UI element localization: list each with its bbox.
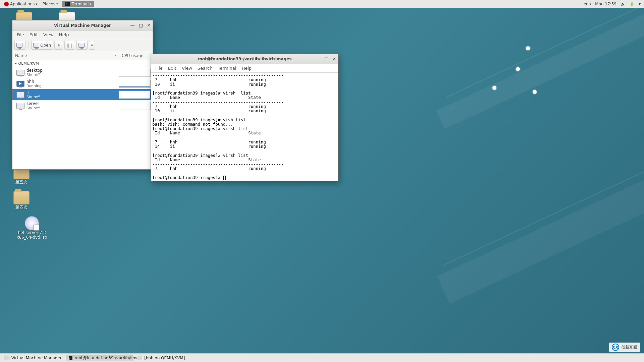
- sort-icon: ▾: [114, 54, 116, 57]
- chevron-down-icon: ▾: [56, 2, 58, 6]
- lang-label: en: [584, 2, 589, 6]
- vm-name: hhh: [26, 79, 119, 84]
- volume-icon[interactable]: 🔈: [619, 2, 628, 6]
- clock-label: Mon 17:59: [595, 2, 616, 6]
- menu-edit[interactable]: Edit: [27, 31, 40, 38]
- vm-state-icon: [16, 92, 24, 98]
- vm-state: Shutoff: [26, 95, 119, 99]
- vmm-column-headers: Name▾ CPU usage: [12, 51, 153, 60]
- menu-view[interactable]: View: [179, 65, 195, 72]
- open-button[interactable]: Open: [31, 41, 53, 50]
- pause-button[interactable]: ❚❚: [64, 41, 75, 50]
- separator: [28, 42, 29, 49]
- vm-name: server: [26, 101, 119, 106]
- active-app-label: Terminal: [72, 2, 89, 6]
- vm-state: Running: [26, 84, 119, 88]
- minimize-button[interactable]: —: [130, 23, 135, 28]
- power-menu[interactable]: ▾: [637, 2, 643, 6]
- col-label: Name: [15, 53, 27, 58]
- vm-state-icon: [16, 70, 24, 76]
- folder-icon: [13, 191, 30, 204]
- taskbar-item[interactable]: root@foundation39:/var/lib/libvir...: [66, 355, 133, 361]
- vm-state-icon: [16, 103, 24, 109]
- close-button[interactable]: ✕: [332, 56, 336, 61]
- open-label: Open: [40, 43, 51, 48]
- vm-state: Shutoff: [26, 73, 119, 77]
- vmm-titlebar[interactable]: Virtual Machine Manager — □ ✕: [12, 20, 153, 31]
- cpu-sparkline: [119, 102, 151, 110]
- menu-terminal[interactable]: Terminal: [215, 65, 238, 72]
- cpu-sparkline: [119, 69, 151, 77]
- terminal-window: root@foundation39:/var/lib/libvirt/image…: [151, 54, 338, 181]
- vm-row[interactable]: desktopShutoff: [12, 67, 153, 78]
- connection-group[interactable]: QEMU/KVM: [12, 60, 153, 67]
- desktop-icon-label: 第五次: [15, 179, 28, 185]
- vmm-menubar: File Edit View Help: [12, 31, 153, 39]
- vm-name: ii: [26, 90, 119, 95]
- vm-state-icon: [16, 81, 24, 87]
- menu-edit[interactable]: Edit: [166, 65, 179, 72]
- taskbar-item[interactable]: [hhh on QEMU/KVM]: [134, 355, 198, 361]
- applications-menu[interactable]: Applications ▾: [1, 0, 40, 8]
- taskbar-item-label: Virtual Machine Manager: [11, 356, 62, 360]
- battery-icon[interactable]: 🔋: [628, 2, 637, 6]
- places-menu[interactable]: Places ▾: [40, 0, 61, 8]
- desktop-icon-label: rhel-server-7.3-x86_64-dvd.iso: [13, 230, 50, 240]
- taskbar-item[interactable]: Virtual Machine Manager: [1, 355, 65, 361]
- watermark-icon: CX: [612, 344, 619, 351]
- group-label: QEMU/KVM: [18, 61, 39, 66]
- terminal-menubar: File Edit View Search Terminal Help: [151, 64, 338, 73]
- menu-help[interactable]: Help: [239, 65, 254, 72]
- close-button[interactable]: ✕: [147, 23, 151, 28]
- chevron-down-icon: ▾: [36, 2, 37, 6]
- menu-search[interactable]: Search: [195, 65, 215, 72]
- taskbar-item-label: [hhh on QEMU/KVM]: [144, 356, 185, 360]
- applications-label: Applications: [10, 2, 35, 6]
- input-lang[interactable]: en▾: [582, 2, 593, 6]
- col-label: CPU usage: [122, 53, 143, 58]
- window-title: root@foundation39:/var/lib/libvirt/image…: [198, 57, 292, 61]
- desktop-icon[interactable]: 第四次: [13, 191, 30, 210]
- vmm-toolbar: Open ❚❚ ▾: [12, 39, 153, 51]
- terminal-icon: [65, 2, 70, 6]
- menu-help[interactable]: Help: [57, 31, 71, 38]
- taskbar-item-label: root@foundation39:/var/lib/libvir...: [74, 356, 144, 360]
- run-button[interactable]: [54, 41, 63, 50]
- vm-name: desktop: [26, 68, 119, 73]
- shutdown-menu-button[interactable]: ▾: [89, 41, 95, 50]
- column-cpu[interactable]: CPU usage: [119, 51, 153, 60]
- vmm-tree[interactable]: QEMU/KVM desktopShutoffhhhRunningiiShuto…: [12, 60, 153, 169]
- active-app-menu[interactable]: Terminal ▾: [62, 1, 94, 7]
- desktop-icon[interactable]: rhel-server-7.3-x86_64-dvd.iso: [13, 216, 50, 240]
- distro-logo-icon: [4, 2, 9, 6]
- vm-row[interactable]: iiShutoff: [12, 89, 153, 100]
- maximize-button[interactable]: □: [139, 23, 143, 28]
- new-vm-button[interactable]: [14, 41, 25, 50]
- terminal-icon: [69, 356, 72, 360]
- vmm-icon: [137, 356, 142, 360]
- terminal-titlebar[interactable]: root@foundation39:/var/lib/libvirt/image…: [151, 54, 338, 64]
- watermark-logo: CX 创新互联: [609, 343, 640, 352]
- menu-file[interactable]: File: [14, 31, 26, 38]
- vm-state: Shutoff: [26, 106, 119, 110]
- bottom-taskbar: Virtual Machine Managerroot@foundation39…: [0, 353, 644, 362]
- clock[interactable]: Mon 17:59: [593, 2, 619, 6]
- monitor-icon: [33, 43, 39, 48]
- maximize-button[interactable]: □: [324, 56, 328, 61]
- minimize-button[interactable]: —: [316, 56, 320, 61]
- cpu-sparkline: [119, 91, 151, 99]
- menu-file[interactable]: File: [153, 65, 165, 72]
- monitor-icon: [78, 43, 85, 48]
- terminal-cursor: [223, 176, 226, 180]
- vmm-icon: [4, 356, 9, 360]
- vm-row[interactable]: hhhRunning: [12, 78, 153, 89]
- menu-view[interactable]: View: [41, 31, 56, 38]
- chevron-down-icon: ▾: [90, 2, 91, 6]
- vm-row[interactable]: serverShutoff: [12, 100, 153, 111]
- disc-icon: [25, 216, 39, 230]
- column-name[interactable]: Name▾: [12, 51, 119, 60]
- top-panel: Applications ▾ Places ▾ Terminal ▾ en▾ M…: [0, 0, 644, 8]
- shutdown-button[interactable]: [76, 41, 88, 50]
- vmm-window: Virtual Machine Manager — □ ✕ File Edit …: [12, 20, 153, 170]
- terminal-content[interactable]: ----------------------------------------…: [151, 73, 338, 181]
